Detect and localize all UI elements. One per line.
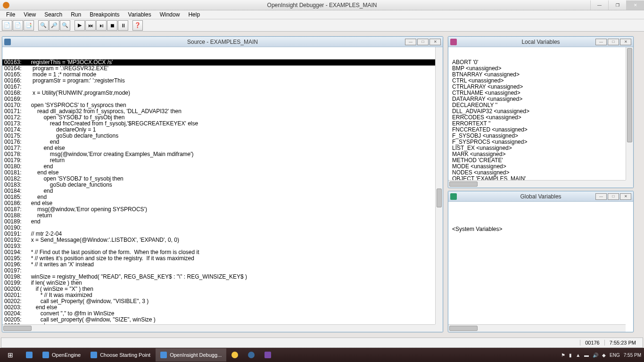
taskbar-app-icon[interactable] bbox=[243, 348, 259, 362]
globals-hscroll[interactable] bbox=[448, 324, 626, 332]
taskbar-items: OpenEngineChoose Starting PointOpenInsig… bbox=[21, 348, 226, 362]
locals-pane-titlebar[interactable]: Local Variables — □ ✕ bbox=[448, 37, 633, 47]
globals-close-icon[interactable]: ✕ bbox=[620, 193, 631, 200]
tray-flag-icon[interactable]: ⚑ bbox=[561, 353, 565, 358]
menu-help[interactable]: Help bbox=[184, 11, 204, 18]
app-icon bbox=[3, 2, 9, 8]
code-line[interactable]: 00188: return bbox=[2, 213, 443, 219]
code-line[interactable]: 00185: end bbox=[2, 194, 443, 200]
globals-pane-titlebar[interactable]: Global Variables — □ ✕ bbox=[448, 191, 633, 202]
menu-file[interactable]: File bbox=[2, 11, 19, 18]
toolbar-button[interactable]: ⏯ bbox=[96, 20, 107, 31]
menu-bar: File View Search Run Breakpoints Variabl… bbox=[0, 10, 644, 19]
code-line[interactable]: 00192: x = Send_Message(@Window:'.LISTBO… bbox=[2, 237, 443, 243]
toolbar-button[interactable]: ▶ bbox=[74, 20, 85, 31]
source-pane: Source - EXAMPLES_MAIN — □ ✕ 00163: regi… bbox=[2, 36, 443, 332]
code-line[interactable]: 00179: return bbox=[2, 157, 443, 164]
code-line[interactable]: 00205: call set_property( @window, "SIZE… bbox=[2, 317, 443, 323]
close-button[interactable]: ✕ bbox=[626, 0, 644, 10]
taskbar-button[interactable]: Choose Starting Point bbox=[86, 348, 155, 362]
status-bar: 00176 7:55:23 PM bbox=[1, 337, 643, 348]
taskbar-app-icon bbox=[160, 352, 167, 358]
menu-breakpoints[interactable]: Breakpoints bbox=[85, 11, 124, 18]
locals-body[interactable]: ABORT '0'BMP <unassigned>BTNARRAY <unass… bbox=[448, 47, 633, 188]
globals-body[interactable]: <System Variables> bbox=[448, 202, 633, 332]
code-line[interactable]: 00180: end bbox=[2, 164, 443, 170]
source-vscroll[interactable] bbox=[435, 47, 443, 324]
globals-minimize-icon[interactable]: — bbox=[595, 193, 607, 200]
source-pane-title: Source - EXAMPLES_MAIN bbox=[187, 39, 258, 45]
tray-lang[interactable]: ENG bbox=[610, 353, 620, 358]
menu-search[interactable]: Search bbox=[40, 11, 66, 18]
toolbar-button[interactable]: 🔍 bbox=[38, 20, 49, 31]
toolbar-button[interactable]: 📄 bbox=[13, 20, 23, 31]
source-close-icon[interactable]: ✕ bbox=[429, 39, 441, 45]
source-pane-icon bbox=[4, 39, 11, 45]
globals-maximize-icon[interactable]: □ bbox=[608, 193, 619, 200]
app-title: OpenInsight Debugger - EXAMPLES_MAIN bbox=[267, 2, 377, 8]
taskbar-button[interactable]: OpenEngine bbox=[38, 348, 85, 362]
taskbar-misc-icon[interactable] bbox=[260, 348, 276, 362]
app-titlebar: OpenInsight Debugger - EXAMPLES_MAIN — ❐… bbox=[0, 0, 644, 10]
code-lines: 00163: registerThis = 'MP3OCX.OCX /s'001… bbox=[2, 59, 443, 329]
code-line[interactable]: 00166: programStr = program:' ':register… bbox=[2, 78, 443, 84]
maximize-button[interactable]: ❐ bbox=[608, 0, 626, 10]
code-line[interactable]: 00189: end bbox=[2, 219, 443, 225]
source-pane-titlebar[interactable]: Source - EXAMPLES_MAIN — □ ✕ bbox=[2, 37, 443, 47]
toolbar-group-1: 📄📄📑 bbox=[2, 20, 34, 31]
globals-system-vars[interactable]: <System Variables> bbox=[450, 226, 633, 232]
toolbar-button[interactable]: ⏹ bbox=[107, 20, 117, 31]
locals-hscroll[interactable] bbox=[448, 180, 626, 188]
tray-wifi-icon[interactable]: ▲ bbox=[576, 353, 580, 358]
minimize-button[interactable]: — bbox=[590, 0, 608, 10]
source-maximize-icon[interactable]: □ bbox=[417, 39, 429, 45]
toolbar-button[interactable]: ❓ bbox=[132, 20, 143, 31]
toolbar-group-4: ❓ bbox=[132, 20, 143, 31]
tray-network-icon[interactable]: ▮ bbox=[569, 353, 572, 358]
mdi-workspace: Source - EXAMPLES_MAIN — □ ✕ 00163: regi… bbox=[0, 32, 644, 335]
toolbar-button[interactable]: 📑 bbox=[24, 20, 34, 31]
code-line[interactable]: 00190: bbox=[2, 225, 443, 231]
menu-view[interactable]: View bbox=[19, 11, 40, 18]
toolbar-button[interactable]: ⏭ bbox=[85, 20, 96, 31]
locals-pane: Local Variables — □ ✕ ABORT '0'BMP <unas… bbox=[448, 36, 634, 188]
code-line[interactable]: 00168: x = Utility('RUNWIN',programStr,m… bbox=[2, 90, 443, 96]
code-line[interactable]: 00184: end bbox=[2, 188, 443, 194]
toolbar-button[interactable]: 📄 bbox=[2, 20, 12, 31]
start-button[interactable]: ⊞ bbox=[0, 348, 21, 362]
locals-close-icon[interactable]: ✕ bbox=[620, 39, 631, 45]
tray-battery-icon[interactable]: ▬ bbox=[584, 353, 589, 358]
tray-volume-icon[interactable]: 🔊 bbox=[593, 353, 598, 358]
source-hscroll[interactable] bbox=[2, 324, 435, 332]
status-position: 00176 bbox=[580, 340, 604, 346]
taskbar-button[interactable] bbox=[21, 348, 37, 362]
toolbar-button[interactable]: 🔍 bbox=[60, 20, 70, 31]
code-line[interactable]: 00187: msg(@window,'Error opening SYSPRO… bbox=[2, 206, 443, 213]
locals-maximize-icon[interactable]: □ bbox=[608, 39, 619, 45]
toolbar-button[interactable]: 🔎 bbox=[49, 20, 59, 31]
locals-minimize-icon[interactable]: — bbox=[595, 39, 607, 45]
toolbar-group-3: ▶⏭⏯⏹⏸ bbox=[74, 20, 128, 31]
code-line[interactable]: 00175: goSub declare_functions bbox=[2, 133, 443, 139]
system-tray[interactable]: ⚑ ▮ ▲ ▬ 🔊 ◆ ENG 7:55 PM bbox=[558, 353, 644, 358]
toolbar-button[interactable]: ⏸ bbox=[118, 20, 128, 31]
locals-list: ABORT '0'BMP <unassigned>BTNARRAY <unass… bbox=[448, 59, 633, 188]
taskbar-chrome-icon[interactable] bbox=[227, 348, 243, 362]
code-line[interactable]: 00196: * // it writes an 'X' instead bbox=[2, 262, 443, 268]
taskbar-app-icon bbox=[26, 352, 33, 358]
locals-pane-icon bbox=[450, 39, 457, 45]
menu-window[interactable]: Window bbox=[156, 11, 184, 18]
tray-cloud-icon[interactable]: ◆ bbox=[602, 353, 606, 358]
taskbar-button[interactable]: OpenInsight Debugg... bbox=[156, 348, 226, 362]
code-line[interactable]: 00202: call set_Property( @window, "VISI… bbox=[2, 298, 443, 304]
source-body[interactable]: 00163: registerThis = 'MP3OCX.OCX /s'001… bbox=[2, 47, 443, 332]
menu-run[interactable]: Run bbox=[66, 11, 85, 18]
code-line[interactable]: 00176: end bbox=[2, 139, 443, 145]
code-line[interactable]: 00178: msg(@window,'Error creating Examp… bbox=[2, 151, 443, 157]
taskbar-app-icon bbox=[42, 352, 49, 358]
tray-clock[interactable]: 7:55 PM bbox=[624, 353, 641, 358]
menu-variables[interactable]: Variables bbox=[124, 11, 156, 18]
code-line[interactable]: 00183: goSub declare_functions bbox=[2, 182, 443, 188]
locals-vscroll[interactable] bbox=[626, 47, 633, 180]
source-minimize-icon[interactable]: — bbox=[405, 39, 416, 45]
